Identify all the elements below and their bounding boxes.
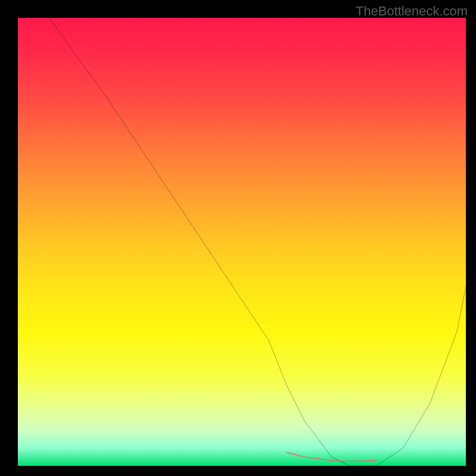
watermark-text: TheBottleneck.com xyxy=(356,4,468,19)
curve-path xyxy=(49,18,466,466)
plot-area xyxy=(18,18,466,466)
bottleneck-curve xyxy=(18,18,466,466)
